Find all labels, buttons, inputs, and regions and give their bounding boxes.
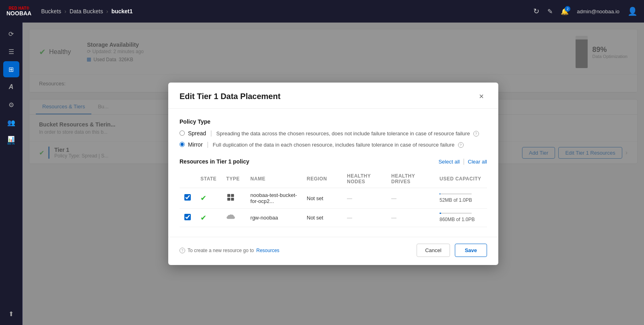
sidebar-item-chart[interactable]: 📊 BETA [3, 132, 19, 148]
breadcrumb: Buckets › Data Buckets › bucket1 [41, 8, 132, 14]
row1-checkbox[interactable] [184, 194, 191, 201]
row1-type-icon [226, 195, 235, 203]
policy-type-section: Policy Type Spread | Spreading the data … [180, 118, 487, 148]
svg-rect-3 [231, 197, 234, 200]
beta-label: BETA [8, 142, 15, 145]
col-header-region: Region [302, 170, 342, 188]
svg-rect-2 [227, 197, 230, 200]
refresh-icon[interactable]: ↻ [533, 7, 539, 16]
sidebar-item-users[interactable]: 👥 [3, 114, 19, 130]
sidebar-item-activity[interactable]: ⟳ [3, 26, 19, 42]
row2-checkbox[interactable] [184, 214, 191, 220]
mirror-label: Mirror [188, 141, 203, 148]
modal-body: Policy Type Spread | Spreading the data … [168, 109, 498, 237]
policy-type-label: Policy Type [180, 118, 487, 125]
row2-capacity-bar [440, 213, 472, 214]
table-row: ✔ [180, 188, 487, 209]
mirror-help-icon[interactable]: ? [458, 142, 464, 148]
resources-section: Resources in Tier 1 policy Select all | … [180, 158, 487, 227]
help-circle-icon: ? [180, 248, 185, 253]
breadcrumb-current: bucket1 [111, 8, 133, 14]
sidebar-item-settings[interactable]: ⚙ [3, 97, 19, 113]
breadcrumb-data-buckets[interactable]: Data Buckets [70, 8, 103, 14]
row2-capacity-text: 860MB of 1.0PB [440, 217, 475, 222]
cancel-button[interactable]: Cancel [417, 244, 450, 257]
spread-label: Spread [188, 130, 206, 137]
sidebar-item-dashboard[interactable]: ⊞ [3, 61, 19, 77]
sidebar-item-list[interactable]: ☰ [3, 43, 19, 60]
modal: Edit Tier 1 Data Placement × Policy Type… [168, 83, 498, 265]
edit-icon[interactable]: ✎ [547, 8, 553, 15]
sidebar-item-analytics[interactable]: A [3, 79, 19, 95]
user-email: admin@noobaa.io [577, 8, 619, 14]
modal-title: Edit Tier 1 Data Placement [180, 92, 281, 101]
row2-status-icon: ✔ [200, 214, 206, 222]
modal-footer: ? To create a new resource go to Resourc… [168, 237, 498, 265]
col-header-check [180, 170, 196, 188]
row1-capacity-bar [440, 193, 472, 195]
clear-all-button[interactable]: Clear all [468, 159, 487, 165]
sidebar-item-upload[interactable]: ⬆ [3, 306, 19, 322]
spread-desc: Spreading the data across the chosen res… [216, 130, 470, 137]
spread-radio[interactable] [180, 130, 185, 136]
col-header-used-capacity: Used Capacity [435, 170, 487, 188]
notifications-icon[interactable]: 🔔 2 [561, 8, 569, 15]
notification-badge: 2 [565, 6, 570, 12]
spread-help-icon[interactable]: ? [473, 131, 479, 137]
breadcrumb-buckets[interactable]: Buckets [41, 8, 61, 14]
resources-table: State Type Name Region Healthy Nodes Hea… [180, 170, 487, 227]
user-avatar-icon[interactable]: 👤 [627, 6, 638, 16]
col-header-state: State [196, 170, 221, 188]
col-header-name: Name [246, 170, 302, 188]
logo: RED HAT® NOOBAA [6, 6, 31, 17]
select-all-button[interactable]: Select all [438, 159, 460, 165]
modal-overlay: Edit Tier 1 Data Placement × Policy Type… [23, 23, 644, 325]
mirror-option[interactable]: Mirror | Full duplication of the data in… [180, 141, 487, 148]
spread-option[interactable]: Spread | Spreading the data across the c… [180, 130, 487, 137]
resources-section-title: Resources in Tier 1 policy [180, 158, 249, 165]
row2-type-icon [226, 215, 235, 222]
col-header-healthy-nodes: Healthy Nodes [342, 170, 386, 188]
save-button[interactable]: Save [455, 244, 487, 257]
mirror-radio[interactable] [180, 142, 185, 147]
table-row: ✔ rgw-noobaa [180, 209, 487, 227]
resources-link[interactable]: Resources [256, 248, 279, 253]
modal-close-button[interactable]: × [476, 91, 487, 102]
row1-capacity-text: 52MB of 1.0PB [440, 197, 472, 203]
modal-header: Edit Tier 1 Data Placement × [168, 83, 498, 109]
row1-status-icon: ✔ [200, 194, 206, 202]
col-header-healthy-drives: Healthy Drives [386, 170, 435, 188]
svg-rect-0 [227, 194, 230, 197]
svg-rect-1 [231, 194, 234, 197]
col-header-type: Type [221, 170, 246, 188]
footer-note: ? To create a new resource go to Resourc… [180, 248, 279, 253]
mirror-desc: Full duplication of the data in each cho… [213, 142, 455, 148]
